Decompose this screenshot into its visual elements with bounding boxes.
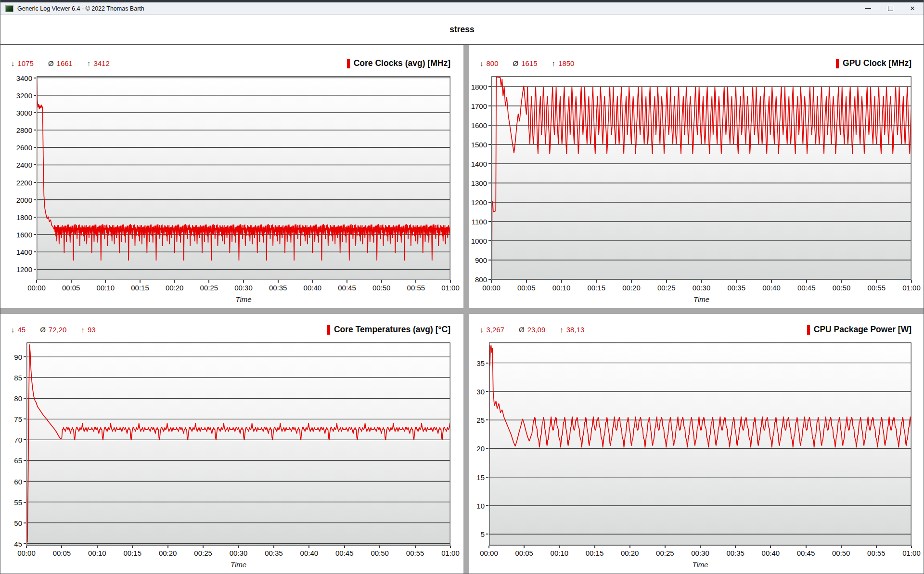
chart-canvas[interactable]	[37, 76, 450, 280]
y-tick-mark	[24, 543, 26, 544]
x-tick-label: 01:00	[441, 549, 460, 557]
x-tick-label: 01:00	[902, 549, 921, 557]
horizontal-splitter[interactable]	[0, 308, 924, 314]
chart-title: Core Clocks (avg) [MHz]	[347, 58, 450, 68]
chart-canvas[interactable]	[491, 76, 911, 280]
y-tick-mark	[24, 418, 26, 419]
chart-header: ↓1075 Ø1661 ↑3412 Core Clocks (avg) [MHz…	[0, 45, 463, 75]
y-tick-label: 30	[476, 387, 485, 395]
y-tick-mark	[488, 163, 491, 164]
x-tick-mark	[346, 280, 347, 283]
y-tick-label: 45	[14, 539, 22, 548]
y-tick-mark	[24, 439, 26, 440]
stat-max-value: 38,13	[566, 326, 585, 334]
y-tick-mark	[488, 279, 491, 280]
y-tick-mark	[488, 183, 491, 183]
chart-title: GPU Clock [MHz]	[836, 58, 911, 68]
x-tick-label: 00:35	[265, 549, 283, 557]
plot-area-cpu-package-power[interactable]: 353025201510500:0000:0500:1000:1500:2000…	[489, 342, 911, 546]
window-controls: ✕	[857, 2, 924, 14]
avg-icon: Ø	[48, 59, 54, 67]
x-tick-mark	[379, 546, 380, 548]
x-tick-label: 00:00	[482, 284, 500, 292]
x-tick-label: 00:05	[515, 549, 533, 557]
stat-max-value: 1850	[558, 59, 574, 67]
x-tick-label: 00:20	[622, 284, 641, 292]
y-tick-mark	[34, 164, 36, 165]
x-tick-mark	[806, 280, 807, 283]
stat-max-value: 93	[88, 326, 96, 334]
y-tick-label: 1400	[471, 160, 487, 168]
x-tick-label: 00:15	[586, 549, 604, 557]
min-arrow-icon: ↓	[480, 59, 484, 67]
x-tick-mark	[71, 280, 72, 283]
x-tick-mark	[132, 546, 133, 548]
chart-header: ↓45 Ø72,20 ↑93 Core Temperatures (avg) […	[0, 314, 463, 341]
y-tick-mark	[24, 356, 26, 357]
x-tick-label: 00:30	[691, 549, 709, 557]
stat-min: ↓45	[11, 326, 26, 334]
max-arrow-icon: ↑	[560, 326, 564, 334]
x-tick-mark	[700, 546, 701, 548]
min-arrow-icon: ↓	[480, 326, 484, 334]
plot-area-core-clocks[interactable]: 3400320030002800260024002200200018001600…	[37, 76, 450, 280]
y-tick-label: 800	[475, 275, 487, 284]
y-tick-label: 2000	[16, 196, 32, 204]
y-tick-label: 3200	[16, 91, 32, 99]
chart-title-text: Core Clocks (avg) [MHz]	[354, 58, 450, 68]
stat-avg-value: 72,20	[49, 326, 67, 334]
x-tick-mark	[701, 280, 702, 283]
chart-header: ↓800 Ø1615 ↑1850 GPU Clock [MHz]	[469, 45, 924, 75]
y-tick-mark	[488, 86, 491, 87]
x-tick-label: 00:50	[372, 284, 391, 292]
y-tick-mark	[34, 182, 36, 183]
stat-avg: Ø1661	[48, 59, 73, 67]
minimize-button[interactable]	[857, 2, 879, 14]
maximize-button[interactable]	[879, 2, 901, 14]
chart-canvas[interactable]	[489, 342, 911, 546]
stat-min-value: 1075	[18, 59, 34, 67]
x-tick-label: 00:05	[62, 284, 80, 292]
x-tick-label: 00:50	[833, 284, 851, 292]
x-tick-label: 00:10	[88, 549, 106, 557]
max-arrow-icon: ↑	[87, 59, 91, 67]
chart-title: Core Temperatures (avg) [°C]	[327, 325, 450, 335]
stat-min-value: 3,267	[487, 326, 505, 334]
x-tick-label: 00:05	[53, 549, 71, 557]
x-tick-mark	[450, 546, 451, 548]
x-tick-label: 00:55	[406, 549, 424, 557]
x-tick-label: 00:20	[159, 549, 177, 557]
close-button[interactable]: ✕	[901, 2, 924, 14]
stat-avg: Ø1615	[513, 59, 538, 67]
x-tick-label: 00:15	[587, 284, 605, 292]
x-tick-label: 00:30	[230, 549, 248, 557]
x-tick-label: 00:40	[762, 549, 780, 557]
x-tick-mark	[308, 546, 309, 548]
y-tick-label: 3400	[16, 74, 32, 82]
y-tick-label: 35	[476, 359, 485, 367]
y-tick-mark	[34, 217, 36, 218]
min-arrow-icon: ↓	[11, 326, 15, 334]
x-tick-mark	[771, 280, 772, 283]
x-tick-label: 00:45	[797, 284, 816, 292]
series-color-mark	[836, 59, 839, 68]
y-tick-label: 5	[481, 530, 485, 538]
x-tick-label: 00:45	[338, 284, 356, 292]
stat-max: ↑38,13	[560, 326, 584, 334]
max-arrow-icon: ↑	[552, 59, 556, 67]
y-tick-mark	[34, 112, 36, 113]
plot-area-gpu-clock[interactable]: 1800170016001500140013001200110010009008…	[491, 76, 911, 280]
y-tick-mark	[486, 391, 488, 392]
x-tick-mark	[344, 546, 345, 548]
x-tick-mark	[491, 280, 492, 283]
stat-min-value: 800	[487, 59, 499, 67]
titlebar[interactable]: Generic Log Viewer 6.4 - © 2022 Thomas B…	[0, 2, 924, 15]
chart-canvas[interactable]	[26, 342, 450, 546]
chart-title: CPU Package Power [W]	[807, 325, 911, 335]
x-tick-mark	[36, 280, 37, 283]
x-tick-mark	[631, 280, 632, 283]
y-tick-mark	[34, 130, 36, 130]
x-tick-mark	[524, 546, 525, 548]
plot-area-core-temperatures[interactable]: 9085807570656055504500:0000:0500:1000:15…	[26, 342, 450, 546]
x-tick-mark	[105, 280, 106, 283]
